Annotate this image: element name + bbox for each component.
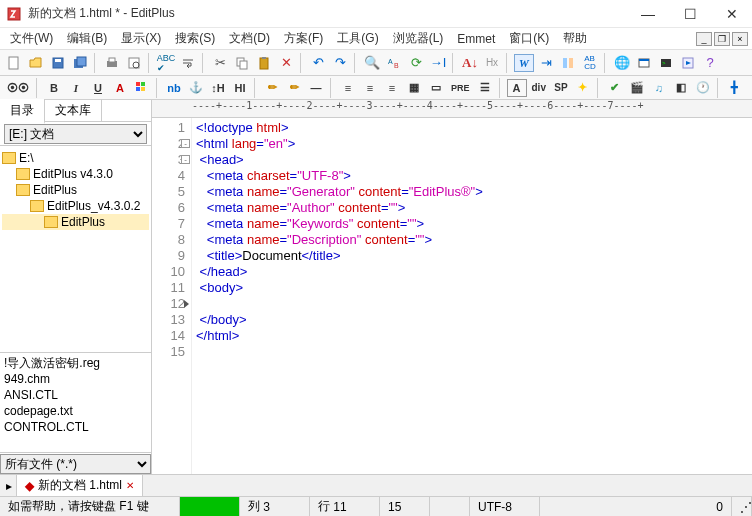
minimize-button[interactable]: — bbox=[634, 6, 662, 22]
tree-item[interactable]: EditPlus bbox=[2, 214, 149, 230]
line-icon[interactable]: — bbox=[306, 79, 326, 97]
applet-icon[interactable]: ◧ bbox=[671, 79, 691, 97]
bullets-icon[interactable]: ⦿⦿ bbox=[4, 79, 32, 97]
indent-icon[interactable]: ⇥ bbox=[536, 53, 556, 73]
file-list[interactable]: !导入激活密钥.reg949.chmANSI.CTLcodepage.txtCO… bbox=[0, 352, 151, 452]
file-item[interactable]: CONTROL.CTL bbox=[4, 419, 147, 435]
file-filter[interactable]: 所有文件 (*.*) bbox=[0, 454, 151, 474]
clock-icon[interactable]: 🕐 bbox=[693, 79, 713, 97]
hr-button[interactable]: HI bbox=[230, 79, 250, 97]
print-preview-icon[interactable] bbox=[124, 53, 144, 73]
charset-icon[interactable]: ABCD bbox=[580, 53, 600, 73]
hex-icon[interactable]: Hx bbox=[482, 53, 502, 73]
replace-icon[interactable]: AB bbox=[384, 53, 404, 73]
align-center-icon[interactable]: ≡ bbox=[360, 79, 380, 97]
anchor-icon[interactable]: ⚓ bbox=[186, 79, 206, 97]
copy-icon[interactable] bbox=[232, 53, 252, 73]
pencil-icon[interactable]: ✏ bbox=[262, 79, 282, 97]
file-item[interactable]: codepage.txt bbox=[4, 403, 147, 419]
font-color-button[interactable]: A bbox=[110, 79, 130, 97]
code-editor[interactable]: 12-3-456789101112131415 <!doctype html><… bbox=[152, 118, 752, 474]
paste-icon[interactable] bbox=[254, 53, 274, 73]
close-button[interactable]: ✕ bbox=[718, 6, 746, 22]
sidebar-tab-cliptext[interactable]: 文本库 bbox=[45, 99, 102, 122]
redo-icon[interactable]: ↷ bbox=[330, 53, 350, 73]
bold-button[interactable]: B bbox=[44, 79, 64, 97]
window-icon[interactable] bbox=[634, 53, 654, 73]
list-icon[interactable]: ☰ bbox=[475, 79, 495, 97]
align-right-icon[interactable]: ≡ bbox=[382, 79, 402, 97]
menu-tools[interactable]: 工具(G) bbox=[331, 28, 384, 49]
menu-project[interactable]: 方案(F) bbox=[278, 28, 329, 49]
print-icon[interactable] bbox=[102, 53, 122, 73]
status-resize-grip[interactable]: ⋰ bbox=[732, 497, 752, 516]
mdi-close[interactable]: × bbox=[732, 32, 748, 46]
tree-item[interactable]: E:\ bbox=[2, 150, 149, 166]
menu-emmet[interactable]: Emmet bbox=[451, 30, 501, 48]
tree-item[interactable]: EditPlus bbox=[2, 182, 149, 198]
undo-icon[interactable]: ↶ bbox=[308, 53, 328, 73]
menu-edit[interactable]: 编辑(B) bbox=[61, 28, 113, 49]
mdi-restore[interactable]: ❐ bbox=[714, 32, 730, 46]
code-area[interactable]: <!doctype html><html lang="en"> <head> <… bbox=[192, 118, 487, 474]
refresh-icon[interactable]: ⟳ bbox=[406, 53, 426, 73]
maximize-button[interactable]: ☐ bbox=[676, 6, 704, 22]
music-icon[interactable]: ♫ bbox=[649, 79, 669, 97]
plus-icon[interactable]: ╋ bbox=[725, 79, 745, 97]
underline-button[interactable]: U bbox=[88, 79, 108, 97]
div-button[interactable]: div bbox=[529, 79, 549, 97]
star-icon[interactable]: ✦ bbox=[573, 79, 593, 97]
word-wrap-icon[interactable] bbox=[178, 53, 198, 73]
file-item[interactable]: ANSI.CTL bbox=[4, 387, 147, 403]
menu-search[interactable]: 搜索(S) bbox=[169, 28, 221, 49]
wordwrap-toggle[interactable]: W bbox=[514, 54, 534, 72]
terminal-icon[interactable]: > bbox=[656, 53, 676, 73]
menu-document[interactable]: 文档(D) bbox=[223, 28, 276, 49]
menu-file[interactable]: 文件(W) bbox=[4, 28, 59, 49]
table-icon[interactable]: ▦ bbox=[404, 79, 424, 97]
help-icon[interactable]: ? bbox=[700, 53, 720, 73]
main-toolbar: ABC✔ ✂ ✕ ↶ ↷ 🔍 AB ⟳ →I A↓ Hx W ⇥ ABCD 🌐 … bbox=[0, 50, 752, 76]
file-item[interactable]: !导入激活密钥.reg bbox=[4, 355, 147, 371]
column-icon[interactable] bbox=[558, 53, 578, 73]
open-file-icon[interactable] bbox=[26, 53, 46, 73]
tablist-icon[interactable]: ▸ bbox=[2, 479, 16, 493]
film-icon[interactable]: 🎬 bbox=[627, 79, 647, 97]
cut-icon[interactable]: ✂ bbox=[210, 53, 230, 73]
form-button-icon[interactable]: ▭ bbox=[426, 79, 446, 97]
save-icon[interactable] bbox=[48, 53, 68, 73]
folder-tree[interactable]: E:\EditPlus v4.3.0EditPlusEditPlus_v4.3.… bbox=[0, 146, 151, 352]
tab-close-icon[interactable]: ✕ bbox=[126, 480, 134, 491]
svg-rect-26 bbox=[141, 87, 145, 91]
menu-view[interactable]: 显示(X) bbox=[115, 28, 167, 49]
tree-item[interactable]: EditPlus_v4.3.0.2 bbox=[2, 198, 149, 214]
italic-button[interactable]: I bbox=[66, 79, 86, 97]
align-left-icon[interactable]: ≡ bbox=[338, 79, 358, 97]
palette-icon[interactable] bbox=[132, 79, 152, 97]
drive-selector[interactable]: [E:] 文档 bbox=[4, 124, 147, 144]
delete-icon[interactable]: ✕ bbox=[276, 53, 296, 73]
pre-button[interactable]: PRE bbox=[448, 79, 473, 97]
font-a-button[interactable]: A bbox=[507, 79, 527, 97]
file-item[interactable]: 949.chm bbox=[4, 371, 147, 387]
goto-icon[interactable]: →I bbox=[428, 53, 448, 73]
browser-icon[interactable]: 🌐 bbox=[612, 53, 632, 73]
menu-help[interactable]: 帮助 bbox=[557, 28, 593, 49]
mdi-minimize[interactable]: _ bbox=[696, 32, 712, 46]
sidebar-tab-directory[interactable]: 目录 bbox=[0, 99, 45, 124]
spell-check-icon[interactable]: ABC✔ bbox=[156, 53, 176, 73]
menu-window[interactable]: 窗口(K) bbox=[503, 28, 555, 49]
check-icon[interactable]: ✔ bbox=[605, 79, 625, 97]
pencil2-icon[interactable]: ✏ bbox=[284, 79, 304, 97]
nbsp-button[interactable]: nb bbox=[164, 79, 184, 97]
find-icon[interactable]: 🔍 bbox=[362, 53, 382, 73]
heading-button[interactable]: ↕H bbox=[208, 79, 228, 97]
save-all-icon[interactable] bbox=[70, 53, 90, 73]
sp-button[interactable]: SP bbox=[551, 79, 571, 97]
menu-browser[interactable]: 浏览器(L) bbox=[387, 28, 450, 49]
document-tab[interactable]: ◆ 新的文档 1.html ✕ bbox=[16, 474, 143, 497]
tree-item[interactable]: EditPlus v4.3.0 bbox=[2, 166, 149, 182]
font-icon[interactable]: A↓ bbox=[460, 53, 480, 73]
new-file-icon[interactable] bbox=[4, 53, 24, 73]
run-icon[interactable] bbox=[678, 53, 698, 73]
